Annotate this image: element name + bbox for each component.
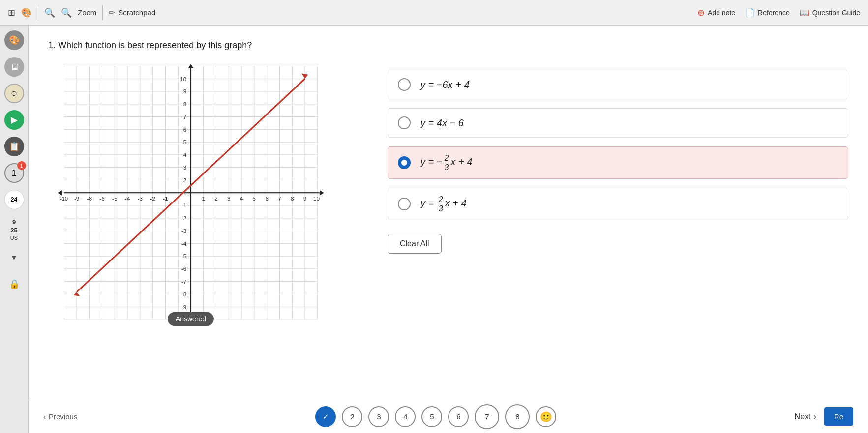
question-number: 1. (48, 40, 58, 50)
main-content: 🎨 🖥 ○ ▶ 📋 1 1 24 9 25 US ▼ 🔒 1. Which fu… (0, 26, 868, 433)
zoom-label: Zoom (78, 8, 96, 17)
equation-4: y = 23x + 4 (420, 195, 467, 213)
svg-text:6: 6 (265, 195, 269, 202)
question-circle-5[interactable]: 5 (421, 406, 442, 427)
scratchpad-btn[interactable]: ✏ Scratchpad (109, 8, 155, 17)
svg-text:5: 5 (253, 195, 256, 202)
radio-4[interactable] (398, 198, 411, 210)
svg-text:3: 3 (227, 195, 231, 202)
radio-2[interactable] (398, 116, 411, 129)
q4-label: 4 (403, 412, 407, 421)
answer-option-1[interactable]: y = −6x + 4 (388, 70, 848, 99)
question-circle-6[interactable]: 6 (448, 406, 469, 427)
svg-text:-2: -2 (150, 195, 155, 202)
question-guide-label: Question Guide (812, 9, 860, 17)
question-circle-7[interactable]: 7 (475, 404, 499, 429)
svg-text:2: 2 (214, 195, 218, 202)
fraction-2-3b: 23 (438, 195, 444, 213)
graph-container: -9 -8 -6 -5 -4 -3 -2 -1 1 2 3 4 5 6 (48, 60, 333, 336)
equation-2: y = 4x − 6 (420, 117, 464, 129)
sidebar-lock-icon[interactable]: 🔒 (4, 274, 24, 294)
svg-text:2: 2 (183, 177, 187, 184)
sidebar-arrow-down[interactable]: ▼ (4, 248, 24, 267)
svg-text:-4: -4 (181, 240, 187, 247)
answer-option-4[interactable]: y = 23x + 4 (388, 188, 848, 220)
sidebar-us: US (10, 235, 18, 241)
sidebar-icon-flashcard[interactable]: 📋 (4, 137, 24, 156)
radio-inner-3 (401, 160, 407, 166)
question-circle-2[interactable]: 2 (342, 406, 362, 427)
radio-3[interactable] (398, 156, 411, 169)
sidebar-badge-1: 1 1 (4, 163, 24, 183)
answer-option-3[interactable]: y = −23x + 4 (388, 146, 848, 179)
sidebar-num-1: 1 (11, 168, 16, 178)
restart-button[interactable]: Re (824, 407, 853, 426)
svg-text:-5: -5 (181, 253, 187, 260)
svg-text:9: 9 (183, 88, 187, 95)
sidebar-nums: 9 25 US (10, 218, 18, 241)
divider-2 (102, 5, 103, 20)
toolbar: ⊞ 🎨 🔍 🔍 Zoom ✏ Scratchpad ⊕ Add note 📄 R… (0, 0, 868, 26)
svg-text:-8: -8 (181, 291, 187, 298)
svg-text:-6: -6 (181, 265, 187, 272)
next-button[interactable]: Next › (795, 412, 816, 421)
previous-button[interactable]: ‹ Previous (43, 412, 77, 421)
svg-text:-1: -1 (163, 195, 168, 202)
next-chevron: › (813, 412, 816, 421)
q1-label: ✓ (323, 412, 329, 421)
question-circle-3[interactable]: 3 (368, 406, 389, 427)
clear-all-label: Clear All (400, 239, 429, 248)
svg-text:10: 10 (313, 195, 320, 202)
badge-1: 1 (17, 161, 26, 170)
svg-text:4: 4 (183, 151, 187, 158)
svg-text:-9: -9 (74, 195, 80, 202)
x-label-neg10: -10 (60, 196, 68, 202)
svg-text:10: 10 (180, 76, 187, 83)
reference-icon: 📄 (745, 8, 755, 17)
svg-text:-5: -5 (112, 195, 118, 202)
svg-text:6: 6 (183, 126, 187, 133)
happy-face-btn[interactable]: 🙂 (536, 406, 556, 427)
svg-text:-2: -2 (181, 215, 187, 222)
radio-1[interactable] (398, 78, 411, 91)
x-axis-left-arrow (58, 190, 62, 196)
question-circle-8[interactable]: 8 (505, 404, 530, 429)
question-circle-4[interactable]: 4 (395, 406, 416, 427)
equation-3: y = −23x + 4 (420, 154, 472, 172)
sidebar-icon-monitor[interactable]: 🖥 (4, 57, 24, 77)
question-guide-btn[interactable]: 📖 Question Guide (800, 8, 860, 17)
sidebar-icon-play[interactable]: ▶ (4, 110, 24, 130)
sidebar-num-9: 9 (12, 218, 16, 226)
toolbar-left: ⊞ 🎨 🔍 🔍 Zoom ✏ Scratchpad (8, 5, 691, 20)
answered-badge: Answered (168, 312, 214, 326)
clear-all-button[interactable]: Clear All (388, 234, 442, 254)
answers-section: y = −6x + 4 y = 4x − 6 y = −23x + 4 (388, 40, 848, 418)
svg-text:-3: -3 (181, 228, 187, 234)
svg-text:7: 7 (183, 114, 187, 120)
zoom-in-icon: 🔍 (61, 7, 72, 18)
svg-text:1: 1 (202, 195, 205, 202)
svg-text:5: 5 (183, 139, 187, 145)
grid-icon-btn[interactable]: ⊞ (8, 7, 15, 18)
svg-text:8: 8 (183, 101, 187, 108)
answered-label: Answered (176, 315, 206, 323)
answer-option-2[interactable]: y = 4x − 6 (388, 108, 848, 138)
svg-text:-8: -8 (87, 195, 92, 202)
zoom-in-btn[interactable]: 🔍 (61, 7, 72, 18)
q8-label: 8 (515, 412, 519, 421)
zoom-out-btn[interactable]: 🔍 (44, 7, 55, 18)
palette-btn[interactable]: 🎨 (21, 7, 32, 18)
q1-cursor: ☞ (331, 422, 336, 427)
question-circle-1[interactable]: ✓ ☞ (315, 406, 336, 427)
reference-btn[interactable]: 📄 Reference (745, 8, 790, 17)
q7-label: 7 (485, 412, 489, 421)
svg-text:-3: -3 (138, 195, 143, 202)
sidebar-icon-chrome[interactable]: ○ (4, 84, 24, 103)
add-note-btn[interactable]: ⊕ Add note (697, 7, 735, 18)
next-label: Next (795, 412, 811, 421)
sidebar-icon-24[interactable]: 24 (4, 190, 24, 209)
equation-1: y = −6x + 4 (420, 79, 470, 90)
sidebar-icon-palette[interactable]: 🎨 (4, 30, 24, 50)
x-axis-arrow (320, 190, 324, 196)
scratchpad-label: Scratchpad (118, 8, 155, 17)
